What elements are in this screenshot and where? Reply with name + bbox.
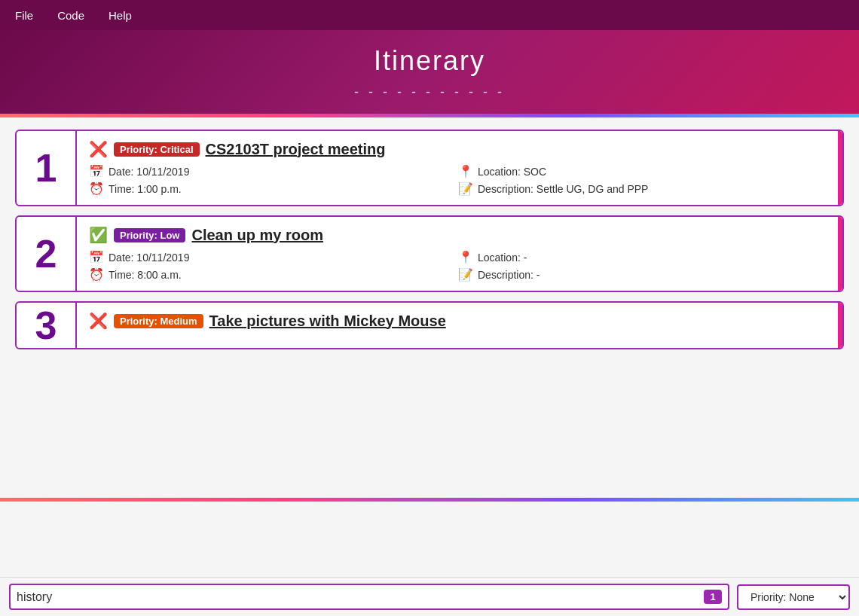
location-icon-2: 📍 [458,250,473,264]
item-title-1[interactable]: CS2103T project meeting [206,141,386,158]
location-row-2: 📍 Location: - [458,250,827,264]
item-title-3[interactable]: Take pictures with Mickey Mouse [209,313,446,330]
item-title-row-1: ❌ Priority: Critical CS2103T project mee… [89,140,827,158]
time-icon-2: ⏰ [89,267,104,282]
time-row-1: ⏰ Time: 1:00 p.m. [89,181,458,196]
date-row-1: 📅 Date: 10/11/2019 [89,164,458,178]
list-item: 3 ❌ Priority: Medium Take pictures with … [15,301,844,349]
page-title: Itinerary [0,45,859,77]
desc-row-2: 📝 Description: - [458,267,827,282]
item-title-row-2: ✅ Priority: Low Clean up my room [89,226,827,244]
time-icon-1: ⏰ [89,181,104,196]
menubar: File Code Help [0,0,859,30]
menu-help[interactable]: Help [105,5,135,26]
item-details-2: 📅 Date: 10/11/2019 📍 Location: - ⏰ Time:… [89,250,827,282]
date-row-2: 📅 Date: 10/11/2019 [89,250,458,264]
status-icon-1: ❌ [89,140,108,158]
desc-icon-2: 📝 [458,267,473,282]
menu-code[interactable]: Code [54,5,87,26]
command-input-wrapper: 1 [9,584,729,610]
location-label-2: Location: - [478,252,527,264]
desc-label-1: Description: Settle UG, DG and PPP [478,183,648,195]
time-label-2: Time: 8:00 a.m. [109,269,182,281]
item-number-1: 1 [17,131,77,205]
footer: 1 Priority: None Priority: Low Priority:… [0,577,859,616]
command-badge: 1 [704,590,722,604]
priority-badge-3: Priority: Medium [114,314,203,328]
date-label-1: Date: 10/11/2019 [109,166,189,178]
desc-icon-1: 📝 [458,181,473,196]
location-row-1: 📍 Location: SOC [458,164,827,178]
location-icon-1: 📍 [458,164,473,178]
item-body-3: ❌ Priority: Medium Take pictures with Mi… [77,303,842,348]
status-icon-2: ✅ [89,226,108,244]
header-divider: - - - - - - - - - - - [0,84,859,100]
command-input[interactable] [17,590,698,604]
time-label-1: Time: 1:00 p.m. [109,183,182,195]
item-number-3: 3 [17,303,77,348]
header: Itinerary - - - - - - - - - - - [0,30,859,114]
item-body-1: ❌ Priority: Critical CS2103T project mee… [77,131,842,205]
item-number-2: 2 [17,217,77,291]
date-icon-1: 📅 [89,164,104,178]
date-label-2: Date: 10/11/2019 [109,252,189,264]
desc-label-2: Description: - [478,269,540,281]
item-title-row-3: ❌ Priority: Medium Take pictures with Mi… [89,312,827,330]
status-icon-3: ❌ [89,312,108,330]
item-title-2[interactable]: Clean up my room [191,227,323,244]
date-icon-2: 📅 [89,250,104,264]
priority-select[interactable]: Priority: None Priority: Low Priority: M… [737,584,850,610]
item-body-2: ✅ Priority: Low Clean up my room 📅 Date:… [77,217,842,291]
menu-file[interactable]: File [12,5,36,26]
desc-row-1: 📝 Description: Settle UG, DG and PPP [458,181,827,196]
list-item: 1 ❌ Priority: Critical CS2103T project m… [15,130,844,206]
main-content: 1 ❌ Priority: Critical CS2103T project m… [0,117,859,498]
priority-badge-1: Priority: Critical [114,142,200,157]
location-label-1: Location: SOC [478,166,546,178]
time-row-2: ⏰ Time: 8:00 a.m. [89,267,458,282]
bottom-panel [0,502,859,577]
list-item: 2 ✅ Priority: Low Clean up my room 📅 Dat… [15,215,844,292]
item-details-1: 📅 Date: 10/11/2019 📍 Location: SOC ⏰ Tim… [89,164,827,196]
priority-badge-2: Priority: Low [114,228,185,242]
